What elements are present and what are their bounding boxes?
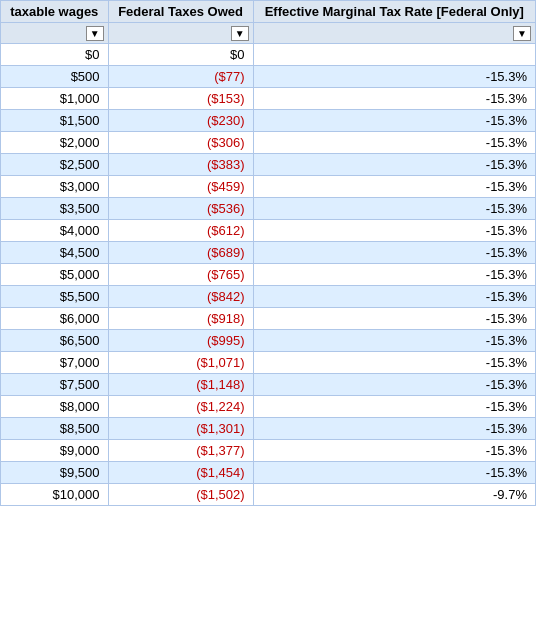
- rate-cell: -15.3%: [253, 88, 535, 110]
- filter-taxes-btn[interactable]: ▼: [231, 26, 249, 41]
- taxes-cell: ($459): [108, 176, 253, 198]
- table-row: $7,500($1,148)-15.3%: [1, 374, 536, 396]
- rate-cell: -15.3%: [253, 264, 535, 286]
- table-row: $3,000($459)-15.3%: [1, 176, 536, 198]
- rate-cell: -15.3%: [253, 330, 535, 352]
- taxes-cell: ($1,502): [108, 484, 253, 506]
- rate-cell: -15.3%: [253, 418, 535, 440]
- rate-cell: -15.3%: [253, 286, 535, 308]
- taxes-cell: ($306): [108, 132, 253, 154]
- table-row: $2,000($306)-15.3%: [1, 132, 536, 154]
- rate-cell: -15.3%: [253, 374, 535, 396]
- taxes-cell: ($1,454): [108, 462, 253, 484]
- table-row: $1,500($230)-15.3%: [1, 110, 536, 132]
- rate-cell: -15.3%: [253, 198, 535, 220]
- filter-rate[interactable]: ▼: [253, 23, 535, 44]
- wages-cell: $9,000: [1, 440, 109, 462]
- wages-cell: $4,000: [1, 220, 109, 242]
- table-row: $5,500($842)-15.3%: [1, 286, 536, 308]
- rate-cell: -15.3%: [253, 242, 535, 264]
- filter-taxes[interactable]: ▼: [108, 23, 253, 44]
- wages-cell: $7,000: [1, 352, 109, 374]
- rate-cell: -15.3%: [253, 440, 535, 462]
- taxes-cell: ($77): [108, 66, 253, 88]
- wages-cell: $6,000: [1, 308, 109, 330]
- taxes-cell: ($383): [108, 154, 253, 176]
- wages-cell: $2,500: [1, 154, 109, 176]
- taxes-cell: ($918): [108, 308, 253, 330]
- rate-cell: -15.3%: [253, 132, 535, 154]
- table-row: $6,500($995)-15.3%: [1, 330, 536, 352]
- table-row: $10,000($1,502)-9.7%: [1, 484, 536, 506]
- table-row: $3,500($536)-15.3%: [1, 198, 536, 220]
- rate-cell: -15.3%: [253, 154, 535, 176]
- wages-cell: $4,500: [1, 242, 109, 264]
- wages-cell: $500: [1, 66, 109, 88]
- rate-cell: [253, 44, 535, 66]
- taxes-cell: ($765): [108, 264, 253, 286]
- filter-row: ▼ ▼ ▼: [1, 23, 536, 44]
- rate-cell: -15.3%: [253, 352, 535, 374]
- taxes-cell: $0: [108, 44, 253, 66]
- rate-cell: -15.3%: [253, 396, 535, 418]
- wages-cell: $6,500: [1, 330, 109, 352]
- table-row: $8,000($1,224)-15.3%: [1, 396, 536, 418]
- wages-cell: $3,500: [1, 198, 109, 220]
- taxes-cell: ($1,377): [108, 440, 253, 462]
- taxes-cell: ($1,148): [108, 374, 253, 396]
- taxes-cell: ($230): [108, 110, 253, 132]
- rate-cell: -9.7%: [253, 484, 535, 506]
- taxes-cell: ($1,224): [108, 396, 253, 418]
- rate-cell: -15.3%: [253, 220, 535, 242]
- wages-cell: $1,500: [1, 110, 109, 132]
- col-effective-marginal-rate: Effective Marginal Tax Rate [Federal Onl…: [253, 1, 535, 23]
- wages-cell: $10,000: [1, 484, 109, 506]
- wages-cell: $5,000: [1, 264, 109, 286]
- filter-wages[interactable]: ▼: [1, 23, 109, 44]
- wages-cell: $8,000: [1, 396, 109, 418]
- taxes-cell: ($689): [108, 242, 253, 264]
- taxes-cell: ($1,301): [108, 418, 253, 440]
- filter-wages-btn[interactable]: ▼: [86, 26, 104, 41]
- table-row: $5,000($765)-15.3%: [1, 264, 536, 286]
- table-row: $9,500($1,454)-15.3%: [1, 462, 536, 484]
- taxes-cell: ($536): [108, 198, 253, 220]
- wages-cell: $0: [1, 44, 109, 66]
- wages-cell: $2,000: [1, 132, 109, 154]
- wages-cell: $8,500: [1, 418, 109, 440]
- table-row: $6,000($918)-15.3%: [1, 308, 536, 330]
- table-row: $7,000($1,071)-15.3%: [1, 352, 536, 374]
- tax-table: taxable wages Federal Taxes Owed Effecti…: [0, 0, 536, 506]
- wages-cell: $1,000: [1, 88, 109, 110]
- rate-cell: -15.3%: [253, 66, 535, 88]
- wages-cell: $9,500: [1, 462, 109, 484]
- wages-cell: $7,500: [1, 374, 109, 396]
- table-row: $4,000($612)-15.3%: [1, 220, 536, 242]
- table-row: $9,000($1,377)-15.3%: [1, 440, 536, 462]
- table-row: $2,500($383)-15.3%: [1, 154, 536, 176]
- table-row: $4,500($689)-15.3%: [1, 242, 536, 264]
- column-headers: taxable wages Federal Taxes Owed Effecti…: [1, 1, 536, 23]
- rate-cell: -15.3%: [253, 110, 535, 132]
- rate-cell: -15.3%: [253, 176, 535, 198]
- wages-cell: $5,500: [1, 286, 109, 308]
- col-federal-taxes: Federal Taxes Owed: [108, 1, 253, 23]
- taxes-cell: ($995): [108, 330, 253, 352]
- table-row: $500($77)-15.3%: [1, 66, 536, 88]
- taxes-cell: ($153): [108, 88, 253, 110]
- taxes-cell: ($1,071): [108, 352, 253, 374]
- col-taxable-wages: taxable wages: [1, 1, 109, 23]
- table-row: $0$0: [1, 44, 536, 66]
- table-row: $1,000($153)-15.3%: [1, 88, 536, 110]
- taxes-cell: ($842): [108, 286, 253, 308]
- table-row: $8,500($1,301)-15.3%: [1, 418, 536, 440]
- wages-cell: $3,000: [1, 176, 109, 198]
- taxes-cell: ($612): [108, 220, 253, 242]
- rate-cell: -15.3%: [253, 308, 535, 330]
- rate-cell: -15.3%: [253, 462, 535, 484]
- filter-rate-btn[interactable]: ▼: [513, 26, 531, 41]
